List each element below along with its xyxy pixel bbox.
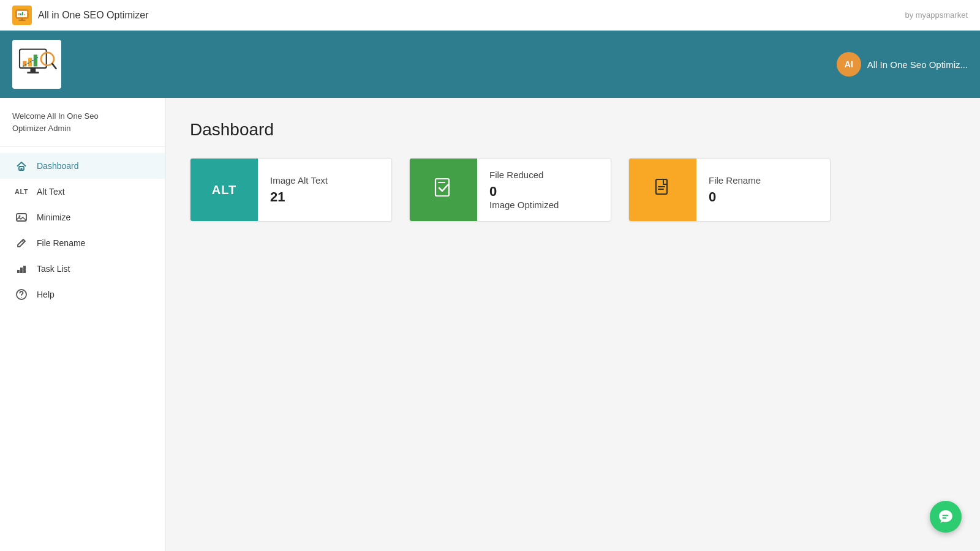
alt-text-card-label: Image Alt Text xyxy=(270,175,328,186)
svg-point-26 xyxy=(21,297,22,298)
app-logo-icon xyxy=(12,6,32,25)
alt-text-card-value: 21 xyxy=(270,189,328,205)
header-band: AI All In One Seo Optimiz... xyxy=(0,31,980,98)
help-icon xyxy=(15,288,28,301)
svg-rect-3 xyxy=(21,18,23,20)
sidebar-item-task-list[interactable]: Task List xyxy=(0,256,165,282)
svg-rect-7 xyxy=(24,14,25,15)
bar-chart-icon xyxy=(15,262,28,276)
alt-text-card-icon: ALT xyxy=(190,159,258,221)
image-icon xyxy=(15,211,28,224)
page-title: Dashboard xyxy=(190,120,956,140)
header-logo xyxy=(12,40,61,89)
svg-line-21 xyxy=(22,241,24,242)
sidebar: Welcome All In One Seo Optimizer Admin D… xyxy=(0,98,165,551)
file-reduced-card-label: File Reduced xyxy=(489,170,559,180)
svg-rect-23 xyxy=(20,268,23,273)
svg-rect-28 xyxy=(438,182,445,183)
main-layout: Welcome All In One Seo Optimizer Admin D… xyxy=(0,98,980,551)
chat-button[interactable] xyxy=(930,501,962,533)
file-rename-card-label: File Rename xyxy=(709,175,761,186)
alt-text-card-body: Image Alt Text 21 xyxy=(258,159,340,221)
sidebar-item-label: Task List xyxy=(37,264,70,274)
svg-rect-4 xyxy=(18,13,20,15)
header-user[interactable]: AI All In One Seo Optimiz... xyxy=(837,52,968,77)
pen-icon xyxy=(15,236,28,250)
sidebar-item-alt-text[interactable]: ALT Alt Text xyxy=(0,179,165,204)
cards-row: ALT Image Alt Text 21 xyxy=(190,158,956,222)
top-bar: All in One SEO Optimizer by myappsmarket xyxy=(0,0,980,31)
file-rename-card-body: File Rename 0 xyxy=(696,159,773,221)
svg-rect-6 xyxy=(22,12,23,15)
top-bar-left: All in One SEO Optimizer xyxy=(12,6,149,25)
file-rename-card-value: 0 xyxy=(709,189,761,205)
sidebar-item-file-rename[interactable]: File Rename xyxy=(0,230,165,256)
brand-text: by myappsmarket xyxy=(905,10,968,20)
svg-rect-18 xyxy=(21,168,23,171)
svg-rect-11 xyxy=(27,72,39,73)
welcome-text: Welcome All In One Seo Optimizer Admin xyxy=(0,110,165,147)
sidebar-item-label: File Rename xyxy=(37,238,85,248)
file-reduced-card-icon xyxy=(410,159,477,221)
sidebar-item-label: Alt Text xyxy=(37,187,65,197)
svg-rect-19 xyxy=(17,214,26,221)
svg-rect-10 xyxy=(31,68,36,72)
sidebar-item-label: Minimize xyxy=(37,212,70,222)
home-icon xyxy=(15,159,28,173)
sidebar-item-minimize[interactable]: Minimize xyxy=(0,204,165,230)
svg-rect-22 xyxy=(17,270,20,273)
svg-rect-24 xyxy=(23,266,26,273)
file-reduced-card-sublabel: Image Optimized xyxy=(489,200,559,210)
content-area: Dashboard ALT Image Alt Text 21 xyxy=(165,98,980,551)
svg-rect-14 xyxy=(34,54,37,66)
sidebar-item-dashboard[interactable]: Dashboard xyxy=(0,153,165,179)
app-title: All in One SEO Optimizer xyxy=(38,10,149,21)
file-reduced-card-value: 0 xyxy=(489,184,559,200)
sidebar-item-label: Help xyxy=(37,290,55,299)
alt-text-icon: ALT xyxy=(15,185,28,198)
file-rename-card-icon xyxy=(629,159,696,221)
file-reduced-card[interactable]: File Reduced 0 Image Optimized xyxy=(409,158,611,222)
sidebar-item-help[interactable]: Help xyxy=(0,282,165,307)
svg-rect-5 xyxy=(20,13,21,15)
svg-rect-27 xyxy=(435,179,449,196)
file-reduced-card-body: File Reduced 0 Image Optimized xyxy=(477,159,571,221)
header-user-name: All In One Seo Optimiz... xyxy=(867,59,968,70)
avatar: AI xyxy=(837,52,861,77)
file-rename-card[interactable]: File Rename 0 xyxy=(628,158,831,222)
sidebar-item-label: Dashboard xyxy=(37,161,79,171)
alt-text-card[interactable]: ALT Image Alt Text 21 xyxy=(190,158,392,222)
